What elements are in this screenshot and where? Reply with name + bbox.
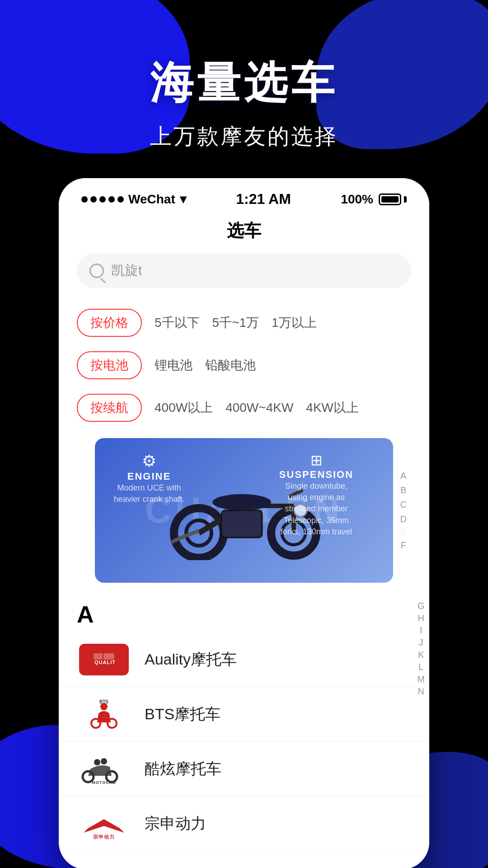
brand-item-quality[interactable]: QUALITY Auality摩托车 bbox=[59, 632, 429, 687]
header-section: 海量选车 上万款摩友的选择 bbox=[0, 0, 488, 151]
signal-dots bbox=[81, 196, 124, 203]
brand-name-motocad: 酷炫摩托车 bbox=[145, 759, 221, 779]
filter-option-price-1[interactable]: 5千以下 bbox=[155, 314, 200, 331]
suspension-title: SUSPENSION bbox=[276, 469, 357, 481]
filter-option-price-2[interactable]: 5千~1万 bbox=[212, 314, 259, 331]
alphabet-index: A B C D E F bbox=[396, 438, 411, 583]
alpha-sidebar-L[interactable]: L bbox=[417, 662, 425, 672]
battery-percent: 100% bbox=[341, 192, 373, 207]
filter-option-battery-2[interactable]: 铅酸电池 bbox=[205, 357, 256, 374]
nav-title: 选车 bbox=[59, 215, 429, 253]
filter-option-battery-1[interactable]: 锂电池 bbox=[155, 357, 192, 374]
section-letter-a: A bbox=[59, 592, 429, 632]
banner-container: CHALLEN ⚙ ENGINE Modern UCE with heavier… bbox=[77, 438, 411, 583]
search-placeholder: 凯旋t bbox=[111, 261, 142, 280]
alpha-A[interactable]: A bbox=[400, 469, 407, 482]
alphabet-sidebar: G H I J K L M N bbox=[417, 592, 425, 851]
status-time: 1:21 AM bbox=[236, 191, 291, 208]
filter-option-range-1[interactable]: 400W以上 bbox=[155, 399, 213, 416]
brand-item-motocad[interactable]: MOTOCAD 酷炫摩托车 bbox=[59, 742, 429, 797]
brand-item-zs[interactable]: 宗申动力 宗申动力 bbox=[59, 797, 429, 851]
filter-tag-range[interactable]: 按续航 bbox=[77, 394, 142, 422]
svg-text:MOTOCAD: MOTOCAD bbox=[92, 780, 116, 785]
brand-list-container: G H I J K L M N A QUALITY bbox=[59, 592, 429, 851]
svg-point-15 bbox=[91, 719, 100, 728]
alpha-sidebar-I[interactable]: I bbox=[417, 625, 425, 636]
svg-text:BTS: BTS bbox=[99, 700, 108, 704]
brand-logo-motocad: MOTOCAD bbox=[77, 751, 131, 787]
alpha-B[interactable]: B bbox=[400, 483, 407, 497]
alpha-sidebar-G[interactable]: G bbox=[417, 601, 425, 611]
svg-point-18 bbox=[94, 759, 100, 765]
svg-point-8 bbox=[212, 494, 271, 510]
brand-logo-quality: QUALITY bbox=[77, 642, 131, 678]
banner-image[interactable]: CHALLEN ⚙ ENGINE Modern UCE with heavier… bbox=[95, 438, 393, 583]
status-right: 100% bbox=[341, 192, 407, 207]
filter-option-price-3[interactable]: 1万以上 bbox=[272, 314, 317, 331]
main-title: 海量选车 bbox=[0, 54, 488, 113]
suspension-desc: Single downtube, using engine as stresse… bbox=[276, 481, 357, 538]
svg-text:QUALITY: QUALITY bbox=[94, 660, 115, 665]
filter-tag-battery[interactable]: 按电池 bbox=[77, 351, 142, 379]
brand-name-zs: 宗申动力 bbox=[145, 813, 206, 834]
alpha-sidebar-H[interactable]: H bbox=[417, 613, 425, 623]
alpha-D[interactable]: D bbox=[400, 512, 407, 526]
filter-row-battery: 按电池 锂电池 铅酸电池 bbox=[59, 344, 429, 387]
quality-icon: QUALITY bbox=[93, 652, 115, 667]
status-bar: WeChat ▾ 1:21 AM 100% bbox=[59, 178, 429, 215]
svg-rect-11 bbox=[94, 653, 103, 660]
banner-suspension-info: ⊞ SUSPENSION Single downtube, using engi… bbox=[276, 452, 357, 538]
carrier-label: WeChat bbox=[128, 192, 175, 207]
filter-row-price: 按价格 5千以下 5千~1万 1万以上 bbox=[59, 302, 429, 344]
brand-logo-bts: BTS bbox=[77, 696, 131, 732]
brand-item-bts[interactable]: BTS BTS摩托车 bbox=[59, 687, 429, 742]
alpha-sidebar-N[interactable]: N bbox=[417, 686, 425, 697]
alpha-sidebar-M[interactable]: M bbox=[417, 674, 425, 684]
alpha-sidebar-J[interactable]: J bbox=[417, 637, 425, 648]
suspension-icon: ⊞ bbox=[276, 452, 357, 469]
battery-icon bbox=[379, 193, 407, 205]
search-icon bbox=[89, 264, 104, 278]
alpha-E[interactable]: E bbox=[400, 527, 407, 538]
brand-name-bts: BTS摩托车 bbox=[145, 704, 221, 725]
brand-name-quality: Auality摩托车 bbox=[145, 649, 237, 670]
filter-row-range: 按续航 400W以上 400W~4KW 4KW以上 bbox=[59, 387, 429, 429]
sub-title: 上万款摩友的选择 bbox=[0, 122, 488, 151]
filter-option-range-3[interactable]: 4KW以上 bbox=[306, 399, 359, 416]
alpha-C[interactable]: C bbox=[400, 498, 407, 511]
svg-rect-7 bbox=[221, 510, 262, 538]
filter-tag-price[interactable]: 按价格 bbox=[77, 309, 142, 337]
phone-mockup: WeChat ▾ 1:21 AM 100% 选车 凯旋t 按价格 5千以下 5千… bbox=[59, 178, 429, 868]
svg-rect-12 bbox=[103, 653, 114, 660]
svg-point-19 bbox=[101, 758, 107, 764]
wifi-icon: ▾ bbox=[180, 192, 186, 207]
filter-option-range-2[interactable]: 400W~4KW bbox=[225, 401, 293, 415]
alpha-F[interactable]: F bbox=[400, 538, 407, 552]
svg-point-16 bbox=[108, 719, 117, 728]
search-bar[interactable]: 凯旋t bbox=[77, 253, 411, 288]
svg-text:宗申动力: 宗申动力 bbox=[93, 834, 115, 840]
status-left: WeChat ▾ bbox=[81, 192, 186, 207]
brand-logo-zs: 宗申动力 bbox=[77, 806, 131, 842]
alpha-sidebar-K[interactable]: K bbox=[417, 650, 425, 660]
